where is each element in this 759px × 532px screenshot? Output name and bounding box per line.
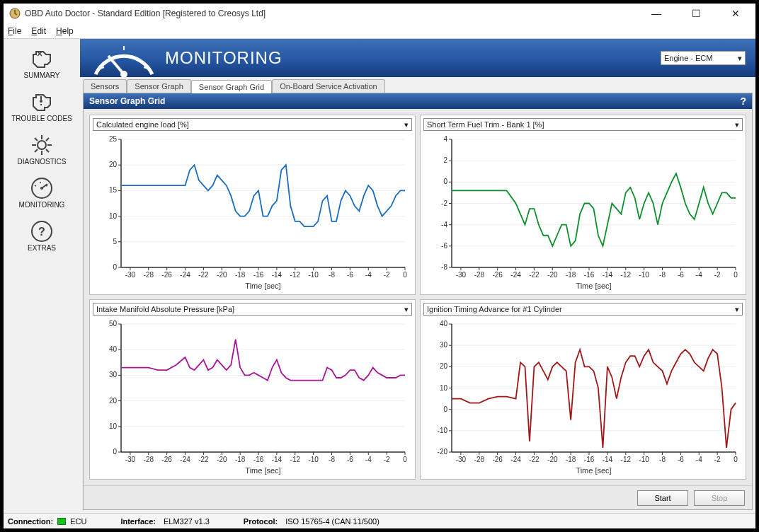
- svg-text:-4: -4: [696, 271, 702, 279]
- svg-text:40: 40: [440, 320, 448, 328]
- menubar: File Edit Help: [4, 23, 755, 39]
- svg-text:-22: -22: [198, 271, 209, 279]
- svg-text:-8: -8: [441, 263, 447, 271]
- svg-text:-6: -6: [347, 456, 353, 463]
- gear-icon: [29, 132, 55, 158]
- help-icon[interactable]: ?: [740, 96, 746, 107]
- svg-text:0: 0: [734, 271, 738, 279]
- ecu-select[interactable]: Engine - ECM ▾: [661, 51, 746, 65]
- chart-cell-0: Calculated engine load [%] ▾ 0510152025-…: [89, 115, 416, 295]
- panel-title: Sensor Graph Grid: [89, 96, 165, 106]
- svg-text:-26: -26: [492, 456, 503, 463]
- chart-cell-3: Ignition Timing Advance for #1 Cylinder …: [420, 299, 746, 480]
- svg-point-1: [40, 100, 42, 103]
- svg-text:-10: -10: [308, 271, 319, 279]
- tab-sensor-graph[interactable]: Sensor Graph: [127, 79, 190, 93]
- chevron-down-icon: ▾: [735, 120, 739, 129]
- svg-text:-30: -30: [125, 456, 136, 463]
- svg-text:0: 0: [443, 178, 447, 185]
- param-select-1[interactable]: Short Term Fuel Trim - Bank 1 [%] ▾: [423, 118, 743, 131]
- sidebar-item-label: MONITORING: [19, 201, 65, 209]
- chevron-down-icon: ▾: [735, 305, 739, 314]
- svg-text:-2: -2: [384, 456, 390, 463]
- plot-1: -8-6-4-2024-30-28-26-24-22-20-18-16-14-1…: [423, 134, 743, 291]
- page-title: MONITORING: [165, 48, 661, 68]
- sidebar-item-summary[interactable]: SUMMARY: [8, 43, 76, 82]
- svg-text:-14: -14: [603, 456, 613, 463]
- svg-text:-20: -20: [438, 448, 448, 456]
- extras-icon: ?: [29, 219, 55, 244]
- chart-cell-2: Intake Manifold Absolute Pressure [kPa] …: [89, 299, 416, 480]
- svg-text:-20: -20: [217, 456, 227, 463]
- start-button[interactable]: Start: [637, 490, 688, 506]
- svg-text:-14: -14: [603, 271, 613, 279]
- svg-text:20: 20: [109, 397, 118, 405]
- svg-text:15: 15: [109, 186, 118, 194]
- svg-text:0: 0: [734, 456, 738, 463]
- status-iface-val: ELM327 v1.3: [164, 517, 210, 526]
- param-select-3[interactable]: Ignition Timing Advance for #1 Cylinder …: [423, 303, 743, 316]
- svg-text:-26: -26: [161, 271, 172, 279]
- engine-icon: [29, 46, 55, 71]
- monitoring-header: MONITORING Engine - ECM ▾: [80, 39, 755, 77]
- svg-text:-30: -30: [456, 271, 467, 279]
- svg-text:20: 20: [109, 161, 118, 168]
- svg-text:-2: -2: [384, 271, 390, 279]
- sidebar-item-trouble[interactable]: TROUBLE CODES: [8, 86, 76, 125]
- svg-text:-12: -12: [621, 271, 632, 279]
- footer-buttons: Start Stop: [84, 485, 752, 509]
- svg-text:-4: -4: [441, 221, 447, 229]
- sidebar-item-extras[interactable]: ? EXTRAS: [8, 216, 76, 255]
- svg-text:-14: -14: [272, 271, 283, 279]
- svg-text:Time [sec]: Time [sec]: [245, 466, 280, 475]
- svg-text:-22: -22: [198, 456, 209, 463]
- plot-3: -20-10010203040-30-28-26-24-22-20-18-16-…: [423, 318, 743, 476]
- svg-text:-6: -6: [441, 242, 447, 250]
- tab-sensor-graph-grid[interactable]: Sensor Graph Grid: [191, 80, 272, 93]
- svg-text:-16: -16: [584, 456, 595, 463]
- sidebar-item-monitoring[interactable]: MONITORING: [8, 173, 76, 212]
- minimize-button[interactable]: —: [642, 8, 670, 19]
- chevron-down-icon: ▾: [404, 120, 409, 129]
- param-select-2[interactable]: Intake Manifold Absolute Pressure [kPa] …: [93, 303, 412, 316]
- svg-text:-22: -22: [529, 456, 540, 463]
- status-conn-label: Connection:: [8, 517, 53, 526]
- menu-edit[interactable]: Edit: [31, 26, 46, 36]
- plot-0: 0510152025-30-28-26-24-22-20-18-16-14-12…: [93, 134, 412, 291]
- svg-text:-24: -24: [510, 456, 521, 463]
- svg-text:-10: -10: [438, 427, 448, 434]
- svg-text:-18: -18: [235, 456, 246, 463]
- tab-onboard-service[interactable]: On-Board Service Activation: [272, 79, 385, 93]
- svg-line-8: [46, 149, 49, 152]
- svg-text:10: 10: [440, 384, 448, 392]
- status-conn-val: ECU: [70, 517, 86, 526]
- close-button[interactable]: ✕: [721, 8, 750, 19]
- svg-text:-10: -10: [639, 271, 649, 279]
- tab-sensors[interactable]: Sensors: [83, 79, 127, 93]
- svg-text:-16: -16: [584, 271, 595, 279]
- svg-text:-12: -12: [290, 456, 301, 463]
- svg-text:-28: -28: [474, 456, 485, 463]
- sidebar-item-label: SUMMARY: [24, 71, 60, 79]
- svg-text:-28: -28: [144, 271, 154, 279]
- svg-text:20: 20: [440, 362, 448, 370]
- svg-text:-26: -26: [492, 271, 503, 279]
- menu-help[interactable]: Help: [56, 26, 74, 36]
- gauge-icon: [29, 175, 55, 201]
- svg-text:-26: -26: [161, 456, 172, 463]
- svg-text:10: 10: [109, 422, 118, 430]
- maximize-button[interactable]: ☐: [682, 8, 710, 19]
- param-select-0[interactable]: Calculated engine load [%] ▾: [93, 118, 412, 131]
- svg-text:-16: -16: [253, 456, 264, 463]
- svg-text:-6: -6: [347, 271, 353, 279]
- svg-text:-8: -8: [329, 271, 335, 279]
- svg-text:-28: -28: [474, 271, 485, 279]
- svg-line-7: [35, 138, 38, 141]
- sidebar-item-diagnostics[interactable]: DIAGNOSTICS: [8, 129, 76, 168]
- svg-text:Time [sec]: Time [sec]: [576, 466, 611, 475]
- svg-text:-8: -8: [659, 271, 666, 279]
- status-proto-val: ISO 15765-4 (CAN 11/500): [285, 517, 380, 526]
- svg-text:-16: -16: [253, 271, 264, 279]
- svg-line-9: [46, 138, 49, 141]
- menu-file[interactable]: File: [8, 26, 21, 36]
